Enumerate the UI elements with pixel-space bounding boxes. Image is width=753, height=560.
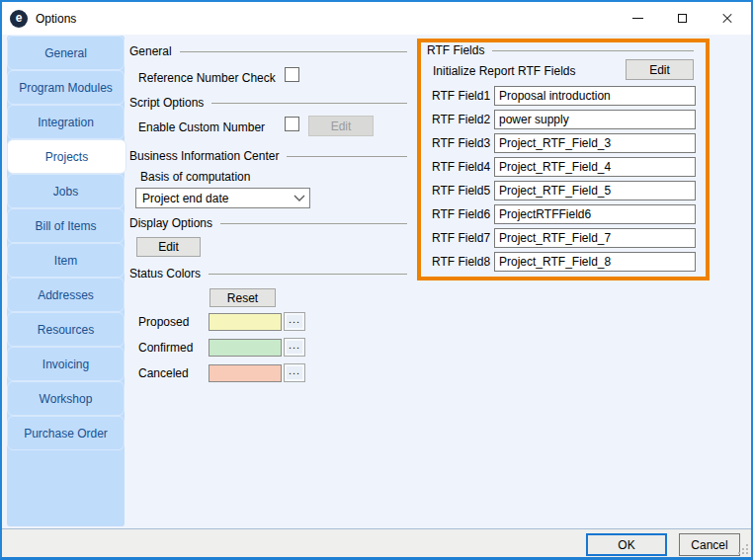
divider [209,274,407,275]
group-display-options-label: Display Options [129,216,212,230]
minimize-icon [632,18,643,19]
rtf-field8-label: RTF Field8 [432,255,490,269]
main-area: General Program Modules Integration Proj… [2,35,751,528]
basis-of-computation-value: Project end date [142,192,228,205]
basis-of-computation-select[interactable]: Project end date [135,188,310,208]
rtf-edit-button[interactable]: Edit [626,59,694,80]
status-proposed-label: Proposed [138,315,189,329]
group-general-label: General [129,44,172,58]
group-business-info-label: Business Information Center [129,149,279,163]
sidebar-item-integration[interactable]: Integration [7,105,125,139]
rtf-field5-input[interactable] [494,181,696,200]
group-business-info: Business Information Center [129,149,407,163]
status-proposed-more-button[interactable]: ... [284,312,305,331]
rtf-field6-input[interactable] [494,204,696,224]
script-edit-button: Edit [308,116,374,136]
close-icon [721,13,733,25]
rtf-field5-label: RTF Field5 [432,184,490,198]
status-confirmed-swatch [209,339,282,357]
sidebar-item-resources[interactable]: Resources [7,312,125,347]
display-options-edit-button[interactable]: Edit [136,237,201,257]
sidebar-item-purchase-order[interactable]: Purchase Order [7,416,125,450]
group-display-options: Display Options [129,216,407,230]
divider [287,156,407,157]
sidebar-item-projects[interactable]: Projects [7,139,126,174]
rtf-field7-label: RTF Field7 [432,231,490,245]
minimize-button[interactable] [616,2,660,35]
sidebar: General Program Modules Integration Proj… [7,36,125,526]
rtf-field1-input[interactable] [494,86,696,106]
group-rtf-fields-label: RTF Fields [427,43,484,57]
sidebar-item-workshop[interactable]: Workshop [7,381,125,416]
rtf-field2-label: RTF Field2 [432,113,490,126]
group-script-options: Script Options [129,96,407,110]
sidebar-item-program-modules[interactable]: Program Modules [7,70,125,105]
divider [492,50,694,51]
app-logo-icon: e [10,10,28,28]
divider [220,223,407,224]
enable-custom-number-checkbox[interactable] [285,117,299,131]
reference-number-check-checkbox[interactable] [285,67,299,82]
sidebar-item-general[interactable]: General [7,36,125,70]
close-button[interactable] [705,2,749,35]
rtf-field6-label: RTF Field6 [432,207,490,221]
rtf-field4-input[interactable] [494,157,696,177]
sidebar-item-jobs[interactable]: Jobs [7,174,125,208]
sidebar-item-invoicing[interactable]: Invoicing [7,347,125,381]
maximize-icon [678,14,687,23]
rtf-field8-input[interactable] [494,252,696,272]
rtf-field3-label: RTF Field3 [432,136,490,150]
chevron-down-icon [293,195,305,202]
sidebar-item-bill-of-items[interactable]: Bill of Items [7,208,125,243]
rtf-field3-input[interactable] [494,133,696,153]
status-colors-reset-button[interactable]: Reset [209,288,276,307]
rtf-fields-highlight: RTF Fields Initialize Report RTF Fields … [417,39,710,280]
sidebar-item-item[interactable]: Item [7,243,125,278]
sidebar-item-addresses[interactable]: Addresses [7,278,125,312]
maximize-button[interactable] [660,2,705,35]
basis-of-computation-label: Basis of computation [140,170,250,184]
group-script-options-label: Script Options [129,96,204,110]
status-canceled-more-button[interactable]: ... [284,363,305,382]
status-confirmed-more-button[interactable]: ... [284,338,305,357]
ok-button[interactable]: OK [586,533,667,556]
reference-number-check-label: Reference Number Check [138,71,276,85]
options-dialog: e Options General Program Modules Integr… [0,0,753,560]
group-status-colors-label: Status Colors [129,267,201,280]
cancel-button[interactable]: Cancel [679,533,740,556]
rtf-field4-label: RTF Field4 [432,160,490,174]
initialize-rtf-label: Initialize Report RTF Fields [433,64,576,78]
divider [211,103,407,104]
title-bar: e Options [2,2,751,35]
window-title: Options [36,12,76,26]
rtf-field7-input[interactable] [494,228,696,248]
status-canceled-swatch [209,364,282,382]
status-confirmed-label: Confirmed [138,341,193,355]
group-rtf-fields: RTF Fields [427,43,694,57]
status-canceled-label: Canceled [138,366,189,380]
rtf-field1-label: RTF Field1 [432,89,490,103]
divider [180,51,407,52]
enable-custom-number-label: Enable Custom Number [138,120,265,134]
rtf-field2-input[interactable] [494,110,696,129]
resize-grip[interactable] [746,552,748,554]
group-general: General [129,44,407,58]
footer-bar: OK Cancel [2,528,751,557]
status-proposed-swatch [209,313,282,331]
group-status-colors: Status Colors [129,267,407,280]
